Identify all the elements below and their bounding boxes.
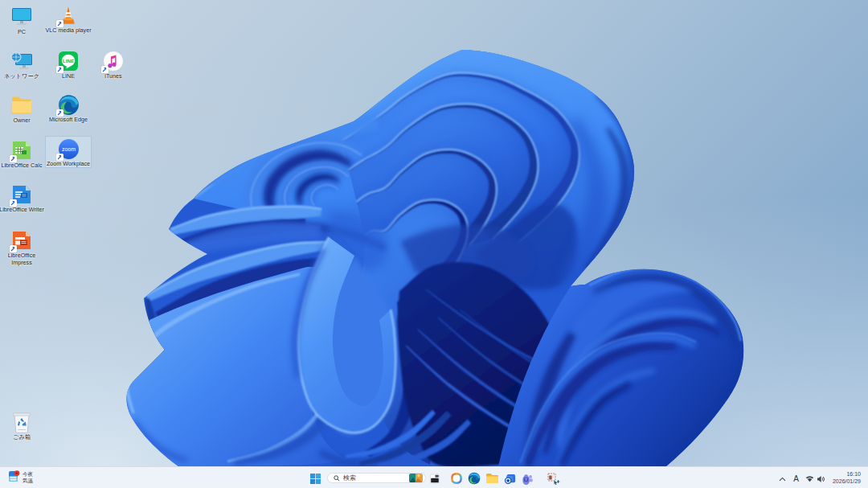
svg-text:zoom: zoom (61, 146, 75, 152)
svg-text:T: T (525, 478, 527, 482)
svg-text:LINE: LINE (63, 58, 74, 64)
